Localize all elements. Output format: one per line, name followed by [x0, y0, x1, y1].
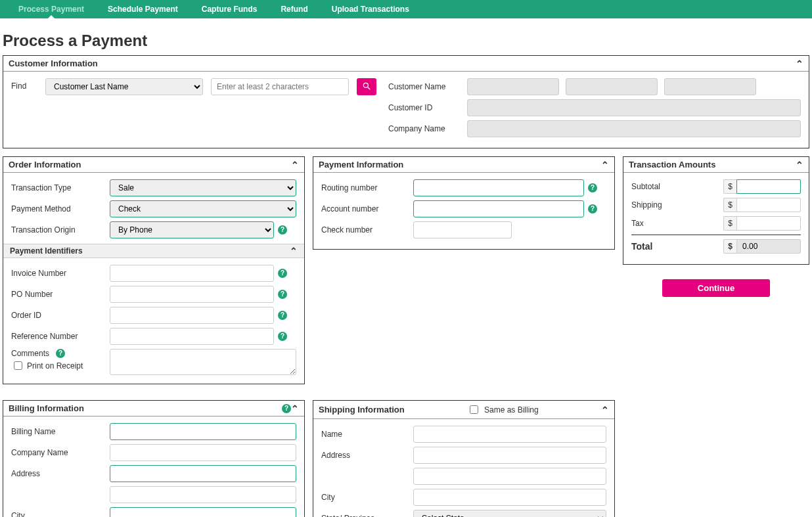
- billing-company-input[interactable]: [110, 444, 296, 461]
- company-name: [467, 120, 801, 137]
- panel-payment-title: Payment Information: [319, 160, 601, 169]
- shipping-address2-input[interactable]: [413, 468, 606, 485]
- transaction-type-label: Transaction Type: [11, 183, 110, 192]
- order-id-input[interactable]: [110, 307, 274, 324]
- billing-address1-input[interactable]: [110, 465, 296, 482]
- billing-company-label: Company Name: [11, 448, 110, 457]
- print-on-receipt-checkbox[interactable]: [14, 361, 22, 370]
- nav-schedule-payment[interactable]: Schedule Payment: [96, 0, 190, 18]
- shipping-city-input[interactable]: [413, 489, 606, 506]
- same-as-billing-checkbox[interactable]: [470, 405, 478, 414]
- billing-address2-input[interactable]: [110, 486, 296, 503]
- continue-button[interactable]: Continue: [662, 279, 770, 297]
- subtotal-input[interactable]: [736, 179, 801, 194]
- help-icon[interactable]: ?: [278, 269, 287, 278]
- shipping-input[interactable]: [736, 198, 801, 212]
- account-number-label: Account number: [321, 204, 413, 214]
- check-number-label: Check number: [321, 225, 413, 235]
- chevron-up-icon[interactable]: ⌃: [291, 404, 299, 413]
- account-number-input[interactable]: [413, 200, 584, 217]
- check-number-input[interactable]: [413, 221, 512, 238]
- subtotal-label: Subtotal: [631, 182, 723, 191]
- shipping-label: Shipping: [631, 200, 723, 210]
- chevron-up-icon[interactable]: ⌃: [601, 405, 609, 415]
- help-icon[interactable]: ?: [278, 225, 287, 235]
- currency-symbol: $: [723, 198, 736, 212]
- customer-name-label: Customer Name: [388, 82, 467, 91]
- panel-billing-info: Billing Information ? ⌃ Billing Name Com…: [3, 400, 305, 517]
- search-icon: [362, 81, 371, 93]
- help-icon[interactable]: ?: [282, 404, 291, 413]
- transaction-origin-select[interactable]: By Phone: [110, 221, 274, 238]
- page-title: Process a Payment: [3, 32, 809, 50]
- svg-line-1: [368, 87, 371, 89]
- billing-name-label: Billing Name: [11, 427, 110, 436]
- same-as-billing-text: Same as Billing: [484, 405, 539, 415]
- customer-middle-name: [566, 78, 658, 95]
- find-by-select[interactable]: Customer Last Name: [45, 78, 203, 95]
- nav-capture-funds[interactable]: Capture Funds: [190, 0, 269, 18]
- help-icon[interactable]: ?: [588, 204, 597, 214]
- panel-transaction-amounts: Transaction Amounts ⌃ Subtotal $ Shippin…: [623, 156, 809, 265]
- search-button[interactable]: [357, 78, 376, 95]
- find-label: Find: [11, 78, 37, 91]
- panel-order-title: Order Information: [9, 160, 291, 169]
- panel-amounts-title: Transaction Amounts: [629, 160, 796, 169]
- nav-upload-transactions[interactable]: Upload Transactions: [320, 0, 421, 18]
- shipping-state-select[interactable]: Select State: [413, 510, 606, 517]
- shipping-name-input[interactable]: [413, 426, 606, 443]
- print-on-receipt-label[interactable]: Print on Receipt: [11, 359, 83, 372]
- customer-id-label: Customer ID: [388, 103, 467, 112]
- customer-search-input[interactable]: [211, 78, 349, 95]
- invoice-number-input[interactable]: [110, 265, 274, 282]
- routing-number-input[interactable]: [413, 179, 584, 196]
- billing-address-label: Address: [11, 469, 110, 478]
- top-nav: Process Payment Schedule Payment Capture…: [0, 0, 812, 18]
- billing-city-label: City: [11, 511, 110, 517]
- po-number-label: PO Number: [11, 290, 110, 299]
- customer-id: [467, 99, 801, 116]
- tax-input[interactable]: [736, 216, 801, 231]
- nav-refund[interactable]: Refund: [269, 0, 319, 18]
- transaction-origin-label: Transaction Origin: [11, 225, 110, 235]
- same-as-billing-label[interactable]: Same as Billing: [467, 403, 539, 416]
- transaction-type-select[interactable]: Sale: [110, 179, 296, 196]
- chevron-up-icon[interactable]: ⌃: [291, 160, 299, 169]
- panel-customer-title: Customer Information: [9, 58, 796, 68]
- chevron-up-icon[interactable]: ⌃: [290, 246, 298, 256]
- tax-label: Tax: [631, 219, 723, 228]
- svg-point-0: [363, 83, 368, 87]
- nav-process-payment[interactable]: Process Payment: [7, 0, 96, 18]
- order-id-label: Order ID: [11, 311, 110, 320]
- help-icon[interactable]: ?: [278, 311, 287, 320]
- payment-method-select[interactable]: Check: [110, 200, 296, 217]
- chevron-up-icon[interactable]: ⌃: [796, 160, 803, 169]
- routing-number-label: Routing number: [321, 183, 413, 192]
- currency-symbol: $: [723, 239, 736, 254]
- comments-textarea[interactable]: [110, 349, 296, 375]
- chevron-up-icon[interactable]: ⌃: [601, 160, 609, 169]
- print-on-receipt-text: Print on Receipt: [27, 361, 83, 371]
- billing-city-input[interactable]: [110, 507, 296, 517]
- payment-identifiers-header[interactable]: Payment Identifiers ⌃: [3, 244, 304, 258]
- help-icon[interactable]: ?: [278, 290, 287, 299]
- reference-number-input[interactable]: [110, 328, 274, 345]
- company-name-label: Company Name: [388, 124, 467, 133]
- invoice-number-label: Invoice Number: [11, 269, 110, 278]
- panel-order-info: Order Information ⌃ Transaction Type Sal…: [3, 156, 305, 384]
- chevron-up-icon[interactable]: ⌃: [796, 59, 803, 68]
- panel-billing-title: Billing Information: [9, 403, 279, 413]
- reference-number-label: Reference Number: [11, 332, 110, 341]
- payment-method-label: Payment Method: [11, 204, 110, 214]
- comments-label: Comments: [11, 349, 49, 358]
- help-icon[interactable]: ?: [56, 349, 65, 358]
- billing-name-input[interactable]: [110, 423, 296, 440]
- shipping-address1-input[interactable]: [413, 447, 606, 464]
- po-number-input[interactable]: [110, 286, 274, 303]
- payment-identifiers-title: Payment Identifiers: [10, 246, 290, 256]
- shipping-name-label: Name: [321, 430, 413, 439]
- help-icon[interactable]: ?: [588, 183, 597, 192]
- currency-symbol: $: [723, 179, 736, 194]
- help-icon[interactable]: ?: [278, 332, 287, 341]
- panel-shipping-title: Shipping Information: [319, 405, 405, 415]
